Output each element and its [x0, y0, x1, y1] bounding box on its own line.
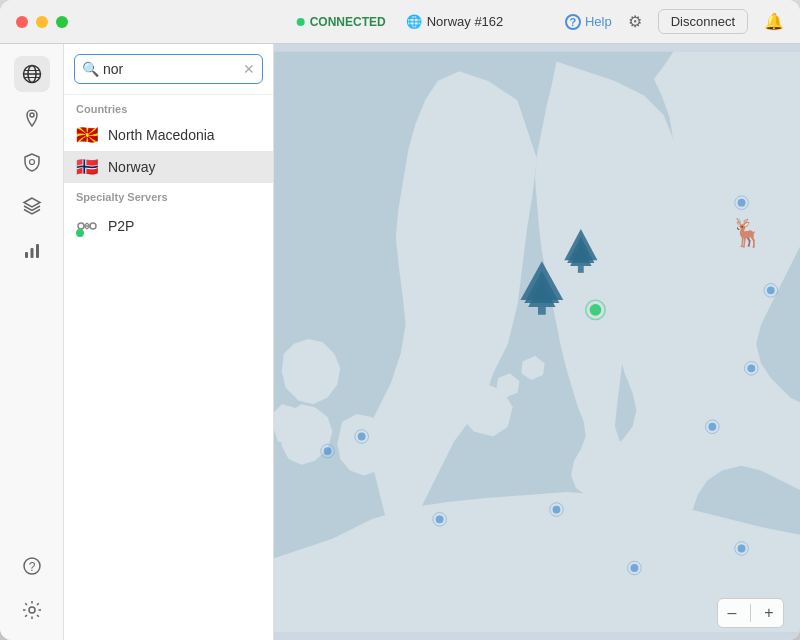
search-input[interactable] — [74, 54, 263, 84]
svg-point-42 — [738, 545, 746, 553]
help-button[interactable]: ? Help — [565, 14, 612, 30]
map-area[interactable]: 🦌 — [274, 44, 800, 640]
connected-label: CONNECTED — [310, 15, 386, 29]
connected-dot — [297, 18, 305, 26]
svg-point-26 — [324, 447, 332, 455]
titlebar-right: ? Help ⚙ Disconnect 🔔 — [565, 9, 784, 34]
specialty-section-label: Specialty Servers — [64, 183, 273, 207]
shield-icon — [22, 152, 42, 172]
sidebar: ? — [0, 44, 64, 640]
svg-text:🦌: 🦌 — [730, 216, 765, 249]
zoom-divider — [750, 604, 751, 622]
list-item-norway[interactable]: 🇳🇴 Norway — [64, 151, 273, 183]
settings-icon[interactable]: ⚙ — [628, 12, 642, 31]
server-name-text: Norway #162 — [427, 14, 504, 29]
list-item-north-macedonia[interactable]: 🇲🇰 North Macedonia — [64, 119, 273, 151]
stats-icon — [22, 240, 42, 260]
svg-text:?: ? — [28, 560, 35, 574]
country-name-norway: Norway — [108, 159, 155, 175]
connected-badge: CONNECTED — [297, 15, 386, 29]
bell-icon[interactable]: 🔔 — [764, 12, 784, 31]
close-button[interactable] — [16, 16, 28, 28]
search-input-wrapper: 🔍 ✕ — [74, 54, 263, 84]
app-window: CONNECTED 🌐 Norway #162 ? Help ⚙ Disconn… — [0, 0, 800, 640]
svg-rect-9 — [36, 244, 39, 258]
svg-point-12 — [29, 607, 35, 613]
help-circle-icon: ? — [565, 14, 581, 30]
search-box: 🔍 ✕ — [64, 44, 273, 95]
country-name-north-macedonia: North Macedonia — [108, 127, 215, 143]
search-icon: 🔍 — [82, 61, 99, 77]
svg-point-32 — [553, 506, 561, 514]
server-globe-icon: 🌐 — [406, 14, 422, 29]
sidebar-item-settings[interactable] — [14, 592, 50, 628]
svg-point-30 — [436, 515, 444, 523]
maximize-button[interactable] — [56, 16, 68, 28]
panel-list: Countries 🇲🇰 North Macedonia 🇳🇴 Norway S… — [64, 95, 273, 640]
disconnect-button[interactable]: Disconnect — [658, 9, 748, 34]
svg-rect-19 — [538, 307, 546, 315]
svg-rect-23 — [578, 266, 584, 273]
p2p-icon — [76, 215, 98, 237]
svg-point-38 — [767, 286, 775, 294]
help-label: Help — [585, 14, 612, 29]
countries-section-label: Countries — [64, 95, 273, 119]
svg-point-14 — [90, 223, 96, 229]
minimize-button[interactable] — [36, 16, 48, 28]
svg-point-28 — [358, 433, 366, 441]
list-item-p2p[interactable]: P2P — [64, 207, 273, 245]
reindeer-icon: 🦌 — [730, 216, 765, 249]
svg-point-40 — [738, 199, 746, 207]
svg-rect-8 — [30, 248, 33, 258]
sidebar-item-help[interactable]: ? — [14, 548, 50, 584]
sidebar-item-globe[interactable] — [14, 56, 50, 92]
settings-gear-icon — [22, 600, 42, 620]
svg-rect-7 — [25, 252, 28, 258]
svg-point-6 — [29, 160, 34, 165]
search-clear-button[interactable]: ✕ — [243, 62, 255, 76]
svg-point-44 — [631, 564, 639, 572]
flag-norway: 🇳🇴 — [76, 159, 98, 175]
globe-icon — [22, 64, 42, 84]
svg-point-5 — [30, 113, 34, 117]
svg-point-34 — [708, 423, 716, 431]
map-svg: 🦌 — [274, 44, 800, 640]
search-panel: 🔍 ✕ Countries 🇲🇰 North Macedonia 🇳🇴 Norw… — [64, 44, 274, 640]
p2p-online-dot — [76, 229, 84, 237]
zoom-in-button[interactable]: + — [755, 599, 783, 627]
sidebar-item-shield[interactable] — [14, 144, 50, 180]
zoom-out-button[interactable]: – — [718, 599, 746, 627]
server-name: 🌐 Norway #162 — [406, 14, 504, 29]
titlebar: CONNECTED 🌐 Norway #162 ? Help ⚙ Disconn… — [0, 0, 800, 44]
sidebar-item-location[interactable] — [14, 100, 50, 136]
sidebar-item-layers[interactable] — [14, 188, 50, 224]
map-controls: – + — [717, 598, 784, 628]
main-content: ? 🔍 ✕ Countries — [0, 44, 800, 640]
flag-north-macedonia: 🇲🇰 — [76, 127, 98, 143]
location-icon — [22, 108, 42, 128]
sidebar-item-stats[interactable] — [14, 232, 50, 268]
svg-point-36 — [747, 364, 755, 372]
window-controls — [16, 16, 68, 28]
titlebar-center: CONNECTED 🌐 Norway #162 — [297, 14, 504, 29]
help-icon: ? — [22, 556, 42, 576]
connection-dot-norway — [590, 304, 602, 316]
specialty-name-p2p: P2P — [108, 218, 134, 234]
layers-icon — [22, 196, 42, 216]
